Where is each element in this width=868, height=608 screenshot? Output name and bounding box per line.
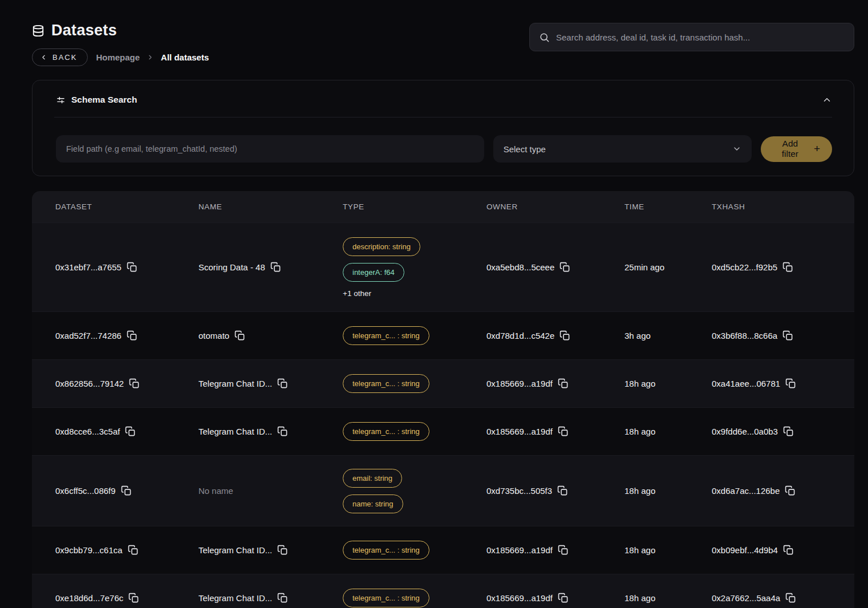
tx-hash: 0xb09ebf...4d9b4	[712, 545, 854, 556]
copy-icon[interactable]	[127, 330, 137, 341]
copy-icon[interactable]	[783, 426, 794, 437]
collapse-button[interactable]	[822, 95, 832, 105]
copy-icon[interactable]	[127, 262, 137, 273]
dataset-name-text: Telegram Chat ID...	[198, 593, 272, 603]
copy-icon[interactable]	[128, 545, 139, 556]
dataset-id: 0x862856...79142	[55, 378, 198, 389]
table-row[interactable]: 0xad52f7...74286otomatotelegram_c... : s…	[32, 311, 854, 359]
copy-icon[interactable]	[277, 593, 288, 603]
type-badge: name: string	[343, 494, 403, 513]
copy-icon[interactable]	[277, 426, 288, 437]
field-path-input[interactable]	[56, 135, 484, 163]
table-row[interactable]: 0x9cbb79...c61caTelegram Chat ID...teleg…	[32, 526, 854, 574]
type-cell: email: stringname: string	[343, 460, 486, 522]
copy-icon[interactable]	[558, 593, 569, 603]
copy-icon[interactable]	[277, 378, 288, 389]
tx-hash: 0x3b6f88...8c66a	[712, 330, 854, 341]
dataset-name: Scoring Data - 48	[198, 262, 343, 273]
add-filter-button[interactable]: Add filter +	[761, 136, 832, 162]
table-header: DATASETNAMETYPEOWNERTIMETXHASH	[32, 191, 854, 222]
back-button[interactable]: BACK	[32, 48, 88, 66]
chevron-down-icon	[732, 144, 741, 153]
tx-hash-text: 0x2a7662...5aa4a	[712, 593, 780, 603]
copy-icon[interactable]	[557, 485, 568, 496]
table-row[interactable]: 0xe18d6d...7e76cTelegram Chat ID...teleg…	[32, 574, 854, 608]
sliders-icon	[56, 95, 66, 105]
owner-address: 0xa5ebd8...5ceee	[486, 262, 624, 273]
time-ago: 18h ago	[624, 379, 712, 388]
breadcrumb-homepage[interactable]: Homepage	[96, 52, 140, 62]
table-row[interactable]: 0x31ebf7...a7655Scoring Data - 48descrip…	[32, 222, 854, 311]
type-cell: telegram_c... : string	[343, 532, 486, 569]
dataset-id: 0xad52f7...74286	[55, 330, 198, 341]
copy-icon[interactable]	[785, 485, 796, 496]
table-row[interactable]: 0x862856...79142Telegram Chat ID...teleg…	[32, 359, 854, 407]
dataset-id-text: 0x9cbb79...c61ca	[55, 545, 123, 555]
owner-address-text: 0x185669...a19df	[486, 545, 553, 555]
copy-icon[interactable]	[125, 426, 136, 437]
copy-icon[interactable]	[270, 262, 281, 273]
chevron-left-icon	[40, 54, 47, 61]
type-badge: email: string	[343, 469, 402, 488]
breadcrumb-current: All datasets	[161, 52, 209, 62]
copy-icon[interactable]	[783, 545, 794, 556]
copy-icon[interactable]	[234, 330, 245, 341]
copy-icon[interactable]	[558, 378, 569, 389]
dataset-name: Telegram Chat ID...	[198, 593, 343, 603]
search-input[interactable]	[556, 33, 845, 42]
type-cell: description: stringintegerA: f64+1 other	[343, 228, 486, 307]
owner-address-text: 0xd735bc...505f3	[486, 486, 552, 496]
copy-icon[interactable]	[559, 330, 570, 341]
type-select[interactable]: Select type	[493, 135, 752, 163]
copy-icon[interactable]	[782, 330, 793, 341]
owner-address: 0x185669...a19df	[486, 545, 624, 556]
database-icon	[32, 24, 44, 38]
copy-icon[interactable]	[785, 378, 796, 389]
owner-address-text: 0x185669...a19df	[486, 593, 553, 603]
tx-hash: 0xd6a7ac...126be	[712, 485, 854, 496]
copy-icon[interactable]	[559, 262, 570, 273]
type-badge: telegram_c... : string	[343, 422, 429, 441]
topbar: Datasets BACK Homepage All datasets	[32, 17, 854, 66]
dataset-id-text: 0xd8cce6...3c5af	[55, 427, 120, 436]
extra-types-label: +1 other	[343, 289, 371, 298]
table-body: 0x31ebf7...a7655Scoring Data - 48descrip…	[32, 222, 854, 608]
copy-icon[interactable]	[782, 262, 793, 273]
tx-hash-text: 0xa41aee...06781	[712, 379, 780, 388]
dataset-name: Telegram Chat ID...	[198, 545, 343, 556]
type-badge: telegram_c... : string	[343, 541, 429, 560]
dataset-name-text: Scoring Data - 48	[198, 262, 265, 272]
global-search[interactable]	[529, 23, 854, 51]
copy-icon[interactable]	[129, 378, 140, 389]
copy-icon[interactable]	[121, 485, 132, 496]
owner-address: 0xd735bc...505f3	[486, 485, 624, 496]
dataset-id: 0xd8cce6...3c5af	[55, 426, 198, 437]
owner-address-text: 0x185669...a19df	[486, 379, 553, 388]
copy-icon[interactable]	[128, 593, 139, 603]
copy-icon[interactable]	[558, 426, 569, 437]
tx-hash: 0xd5cb22...f92b5	[712, 262, 854, 273]
time-ago: 25min ago	[624, 262, 712, 272]
time-ago: 18h ago	[624, 427, 712, 436]
dataset-name: No name	[198, 486, 343, 496]
tx-hash-text: 0x9fdd6e...0a0b3	[712, 427, 778, 436]
time-ago: 18h ago	[624, 593, 712, 603]
type-badge: telegram_c... : string	[343, 326, 429, 345]
type-cell: telegram_c... : string	[343, 579, 486, 608]
dataset-id: 0x9cbb79...c61ca	[55, 545, 198, 556]
dataset-id: 0x6cff5c...086f9	[55, 485, 198, 496]
table-row[interactable]: 0x6cff5c...086f9No nameemail: stringname…	[32, 455, 854, 526]
column-header: OWNER	[486, 202, 624, 211]
chevron-right-icon	[147, 54, 154, 61]
time-ago: 18h ago	[624, 545, 712, 555]
tx-hash: 0x9fdd6e...0a0b3	[712, 426, 854, 437]
schema-search-panel: Schema Search Select type Add filter +	[32, 80, 854, 176]
tx-hash-text: 0xb09ebf...4d9b4	[712, 545, 778, 555]
copy-icon[interactable]	[785, 593, 796, 603]
dataset-id-text: 0xe18d6d...7e76c	[55, 593, 123, 603]
copy-icon[interactable]	[558, 545, 569, 556]
table-row[interactable]: 0xd8cce6...3c5afTelegram Chat ID...teleg…	[32, 407, 854, 455]
dataset-id-text: 0xad52f7...74286	[55, 331, 121, 341]
copy-icon[interactable]	[277, 545, 288, 556]
schema-search-title: Schema Search	[71, 95, 137, 105]
